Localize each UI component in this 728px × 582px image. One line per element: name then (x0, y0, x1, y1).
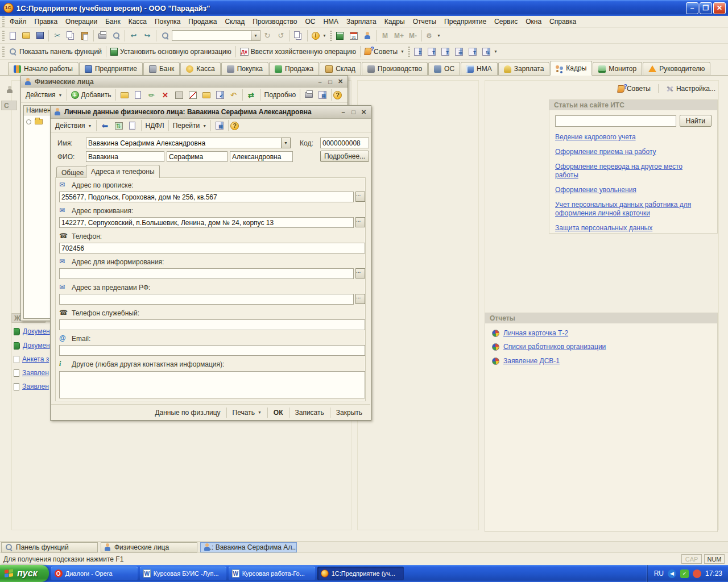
restore-button[interactable]: ❐ (700, 2, 712, 14)
other-textarea[interactable] (59, 371, 365, 398)
mdi-person-details-button[interactable]: ...: Вавакина Серафима Ал... (200, 542, 297, 552)
its-link-priem[interactable]: Оформление приема на работу (555, 148, 704, 156)
its-link-personal-data[interactable]: Учет персональных данных работника для о… (555, 201, 704, 218)
mdi-persons-button[interactable]: Физические лица (101, 542, 197, 552)
its-link-perevod[interactable]: Оформление перевода на другое место рабо… (555, 163, 704, 180)
address-live-ellipsis-button[interactable]: ... (355, 217, 365, 227)
menu-hr[interactable]: Кадры (380, 16, 409, 27)
its-search-input[interactable] (555, 115, 676, 127)
work-phone-input[interactable] (59, 319, 365, 330)
tab-enterprise[interactable]: Предприятие (79, 62, 143, 75)
goto-button[interactable]: Перейти▼ (171, 119, 209, 132)
last-name-input[interactable] (86, 151, 164, 162)
dialog-help-icon[interactable]: ? (230, 122, 239, 130)
code-input[interactable] (320, 138, 369, 148)
menubar-gripper[interactable] (2, 16, 5, 27)
ok-button[interactable]: ОК (269, 407, 288, 418)
start-button[interactable]: пуск (0, 565, 49, 582)
left-link-documents-1[interactable]: Докумен (14, 327, 51, 335)
ndfl-button[interactable]: НДФЛ (143, 119, 167, 132)
menu-cash[interactable]: Касса (125, 16, 151, 27)
calculator-button[interactable] (333, 30, 347, 42)
menu-file[interactable]: Файл (6, 16, 31, 27)
list-select-button[interactable]: ↙ (213, 89, 227, 101)
person-data-button[interactable]: Данные по физ.лицу (150, 407, 225, 418)
help-icon[interactable]: ? (333, 91, 342, 99)
window-close-icon[interactable]: ✕ (336, 78, 345, 85)
its-link-kadrovy-uchet[interactable]: Ведение кадрового учета (555, 133, 704, 142)
tab-start[interactable]: Начало работы (8, 62, 78, 75)
address-reg-ellipsis-button[interactable]: ... (355, 192, 365, 202)
toolbar-gripper[interactable] (2, 31, 5, 41)
menu-windows[interactable]: Окна (522, 16, 545, 27)
dialog-copy-button[interactable] (126, 119, 139, 132)
menu-purchase[interactable]: Покупка (151, 16, 184, 27)
menu-service[interactable]: Сервис (490, 16, 522, 27)
search-input[interactable] (172, 30, 251, 41)
address-info-ellipsis-button[interactable]: ... (355, 268, 365, 278)
tips-button[interactable]: Советы ▼ (362, 45, 407, 58)
dropdown-arrow-icon[interactable]: ▼ (494, 49, 498, 53)
tab-hr[interactable]: Кадры (550, 61, 592, 76)
name-input[interactable] (86, 138, 282, 148)
forward-button[interactable]: ↪ (140, 30, 154, 42)
menu-salary[interactable]: Зарплата (342, 16, 380, 27)
menu-enterprise[interactable]: Предприятие (440, 16, 490, 27)
add-group-button[interactable] (118, 89, 131, 101)
language-indicator[interactable]: RU (654, 569, 664, 577)
menu-production[interactable]: Производство (249, 16, 301, 27)
tab-sale[interactable]: Продажа (269, 62, 319, 75)
dialog-reread-button[interactable]: ⇅ (112, 119, 126, 132)
details-button[interactable]: Подробно (262, 89, 299, 101)
right-tips-button[interactable]: Советы (615, 82, 653, 95)
taskbar-app-1c[interactable]: 1С:Предприятие (уч... (317, 567, 404, 580)
report-person-button[interactable]: T (439, 45, 452, 58)
search-combo[interactable]: ▼ (172, 30, 260, 41)
left-link-anketa[interactable]: Анкета з (14, 355, 51, 363)
persons-actions-button[interactable]: Действия▼ (23, 89, 65, 101)
taskbar-app-word-1[interactable]: W Курсовая БУИС -Луп... (140, 567, 226, 580)
menu-warehouse[interactable]: Склад (221, 16, 249, 27)
menu-bank[interactable]: Банк (101, 16, 124, 27)
delete-item-button[interactable]: ✕ (159, 89, 172, 101)
tab-general[interactable]: Общее (56, 167, 89, 178)
toolbar-gripper2[interactable] (330, 31, 332, 41)
edit-item-button[interactable]: ✏ (145, 89, 159, 101)
history-button[interactable]: ↶ (227, 89, 241, 101)
phone-input[interactable] (59, 243, 365, 253)
report-list-button[interactable]: ☰ (452, 45, 466, 58)
persons-add-button[interactable]: +Добавить (69, 89, 114, 101)
hierarchy-button[interactable] (200, 89, 213, 101)
address-abroad-ellipsis-button[interactable]: ... (355, 294, 365, 304)
search-button[interactable] (158, 30, 172, 42)
set-interval-button[interactable] (172, 89, 186, 101)
mark-deletion-button[interactable] (186, 89, 200, 101)
calendar-button[interactable]: 31 (347, 30, 361, 42)
settings-link-button[interactable]: Настройка... (664, 82, 718, 95)
info-button[interactable]: i▼ (309, 30, 329, 42)
find-prev-button[interactable]: ↺ (274, 30, 288, 42)
search-dropdown-icon[interactable]: ▼ (251, 30, 260, 41)
menu-sale[interactable]: Продажа (184, 16, 221, 27)
left-link-documents-2[interactable]: Докумен (14, 342, 51, 350)
tray-opera-icon[interactable] (693, 569, 701, 578)
address-abroad-input[interactable] (59, 294, 354, 305)
report-sum-button[interactable]: Σ (411, 45, 425, 58)
paste-button[interactable] (78, 30, 92, 42)
memory-recall-button[interactable]: M (378, 30, 392, 42)
save-record-button[interactable]: Записать (291, 407, 329, 418)
menu-nma[interactable]: НМА (319, 16, 342, 27)
menu-os[interactable]: ОС (301, 16, 319, 27)
open-button[interactable] (19, 30, 33, 42)
tab-addresses[interactable]: Адреса и телефоны (86, 165, 160, 178)
close-dialog-button[interactable]: Закрыть (332, 407, 367, 418)
cut-button[interactable]: ✂ (51, 30, 64, 42)
left-link-zayavlenie-2[interactable]: Заявлен (14, 383, 51, 390)
user-button[interactable] (361, 30, 374, 42)
toolbar-gripper4[interactable] (408, 47, 410, 57)
memory-add-button[interactable]: M+ (392, 30, 406, 42)
window-minimize-icon[interactable]: – (316, 78, 324, 85)
dialog-close-icon[interactable]: ✕ (359, 109, 368, 116)
dialog-write-button[interactable]: ⇐ (98, 119, 112, 132)
set-main-org-button[interactable]: Установить основную организацию (108, 45, 234, 58)
